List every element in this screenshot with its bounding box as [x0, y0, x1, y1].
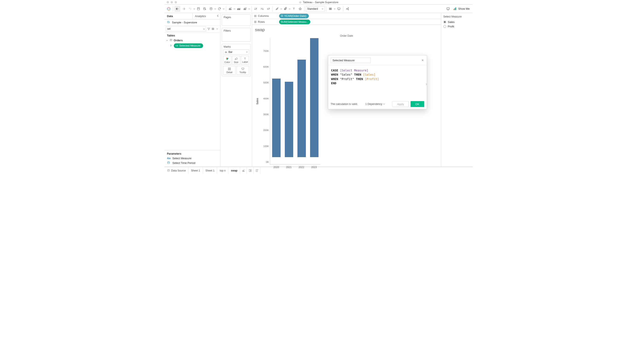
highlight-button[interactable] [274, 6, 280, 12]
pages-card[interactable]: Pages [222, 14, 251, 26]
new-story-button[interactable] [254, 167, 260, 174]
guide-button[interactable] [445, 6, 451, 12]
swap-button[interactable] [253, 6, 259, 12]
revert-caret[interactable] [194, 8, 195, 10]
label-shelf[interactable]: Label [241, 56, 249, 65]
mark-type-dropdown[interactable]: Bar [223, 50, 249, 54]
filter-icon[interactable] [207, 27, 211, 31]
new-dashboard-button[interactable] [247, 167, 254, 174]
tables-header: Tables [164, 32, 220, 38]
favorite-button[interactable] [297, 6, 303, 12]
columns-pill-label: YEAR(Order Date) [284, 14, 306, 18]
data-source-tab[interactable]: Data Source [164, 167, 188, 174]
param-option[interactable]: Sales [444, 20, 470, 24]
view-toggle-icon[interactable] [211, 27, 215, 31]
svg-rect-23 [456, 7, 456, 10]
rows-pill-label: SUM(Selected Measu.. [281, 20, 308, 24]
bar[interactable] [285, 82, 293, 157]
show-me-button[interactable]: Show Me [452, 7, 471, 11]
svg-rect-5 [231, 9, 231, 10]
sheet-title[interactable]: swap [252, 25, 441, 33]
columns-label: Columns [258, 14, 269, 18]
highlight-caret[interactable] [280, 8, 282, 10]
new-worksheet-button[interactable] [227, 6, 233, 12]
rows-shelf[interactable]: Rows SUM(Selected Measu.. [252, 19, 441, 25]
search-clear-button[interactable]: × [203, 28, 205, 31]
traffic-close[interactable] [166, 1, 169, 3]
tab-data[interactable]: Data [164, 13, 192, 19]
new-ws-caret[interactable] [234, 8, 235, 10]
detail-shelf[interactable]: Detail [223, 66, 236, 75]
sheet-tab[interactable]: Sheet 1 [188, 167, 203, 174]
revert-button[interactable] [187, 6, 193, 12]
refresh-button[interactable] [216, 6, 222, 12]
sort-desc-button[interactable] [266, 6, 271, 12]
apply-button[interactable]: Apply [392, 101, 409, 107]
attach-caret[interactable] [289, 8, 290, 10]
expand-editor-button[interactable] [425, 82, 428, 86]
label-icon [244, 57, 246, 60]
duplicate-button[interactable] [236, 6, 242, 12]
calc-formula-editor[interactable]: CASE [Select Measure] WHEN "Sales" THEN … [328, 65, 427, 99]
columns-pill[interactable]: YEAR(Order Date) [279, 14, 309, 18]
svg-rect-40 [228, 69, 229, 70]
calc-name-value: Selected Measure [332, 59, 355, 62]
size-shelf[interactable]: Size [232, 56, 240, 65]
new-datasource-button[interactable] [202, 6, 208, 12]
datasource-tab-icon [167, 169, 170, 172]
dependency-dropdown[interactable]: 1 Dependency [365, 102, 385, 106]
tableau-logo-button[interactable] [166, 6, 172, 12]
svg-rect-7 [238, 8, 238, 10]
sheet-tab[interactable]: top n [217, 167, 228, 174]
attach-button[interactable] [282, 6, 288, 12]
save-button[interactable] [196, 6, 202, 12]
clear-caret[interactable] [248, 8, 250, 10]
datasource-row[interactable]: Sample - Superstore [164, 20, 220, 25]
sheet-tab[interactable]: swap [228, 167, 240, 174]
svg-rect-44 [255, 15, 255, 17]
selected-measure-label: Selected Measure [179, 44, 200, 47]
table-orders-row[interactable]: Orders [164, 38, 220, 43]
traffic-max[interactable] [175, 1, 177, 3]
filters-label: Filters [222, 28, 250, 34]
field-selected-measure[interactable]: =# Selected Measure [164, 43, 220, 49]
undo-button[interactable] [174, 6, 180, 12]
traffic-min[interactable] [170, 1, 173, 3]
search-input[interactable]: sel × [166, 26, 206, 32]
param-select-time-period[interactable]: Select Time Period [164, 160, 220, 165]
ok-button[interactable]: OK [410, 101, 424, 107]
svg-rect-6 [238, 9, 238, 10]
collapse-sidebar-button[interactable] [216, 14, 219, 18]
color-shelf[interactable]: Color [223, 56, 231, 65]
sort-asc-button[interactable] [259, 6, 265, 12]
filters-card[interactable]: Filters [222, 28, 251, 42]
tooltip-shelf[interactable]: Tooltip [236, 66, 249, 75]
refresh-caret[interactable] [223, 8, 224, 10]
pause-caret[interactable] [214, 8, 216, 10]
tab-analytics[interactable]: Analytics [192, 13, 220, 19]
param-select-measure[interactable]: Abc Select Measure [164, 156, 220, 160]
sheet-tab[interactable]: Sheet 1 [203, 167, 217, 174]
rows-pill[interactable]: SUM(Selected Measu.. [279, 20, 310, 24]
close-button[interactable]: × [421, 58, 424, 62]
columns-shelf[interactable]: Columns YEAR(Order Date) [252, 13, 441, 19]
svg-rect-11 [244, 8, 245, 10]
presentation-button[interactable] [336, 6, 342, 12]
text-button[interactable] [291, 6, 297, 12]
show-hide-cards-button[interactable] [328, 6, 334, 12]
fit-dropdown[interactable]: Standard [306, 6, 325, 12]
new-sheet-button[interactable] [240, 167, 247, 174]
search-menu-caret[interactable] [215, 27, 219, 31]
bar[interactable] [298, 60, 306, 157]
x-tick: 2022 [295, 166, 308, 169]
bar[interactable] [310, 38, 318, 157]
bar[interactable] [272, 78, 280, 157]
share-button[interactable] [344, 6, 350, 12]
redo-button[interactable] [181, 6, 187, 12]
shelves-cards-pane: Pages Filters Marks Bar Color Size [220, 13, 252, 166]
pause-updates-button[interactable] [208, 6, 214, 12]
param-option[interactable]: Profit [444, 24, 470, 29]
cards-caret[interactable] [334, 8, 336, 10]
clear-button[interactable] [242, 6, 248, 12]
calc-name-input[interactable]: Selected Measure [331, 58, 371, 63]
